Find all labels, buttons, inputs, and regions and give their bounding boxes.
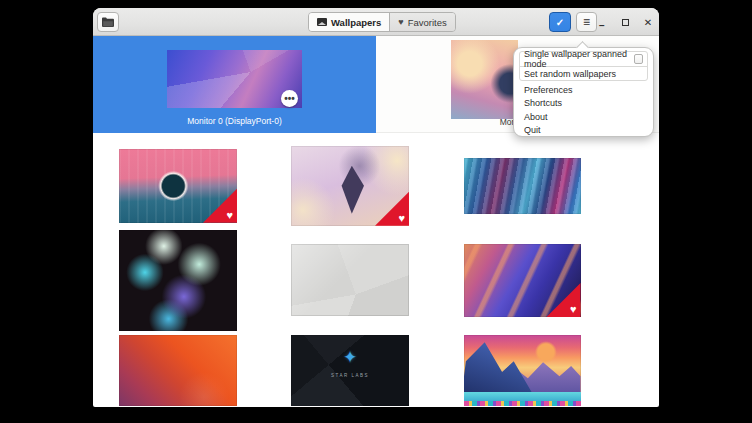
window-controls: − ✕ xyxy=(593,13,657,31)
menu-item-label: About xyxy=(524,112,548,122)
monitor-1-wallpaper-thumbnail xyxy=(451,40,518,119)
menu-item-preferences[interactable]: Preferences xyxy=(519,83,648,97)
hamburger-icon: ≡ xyxy=(583,15,590,29)
heart-icon: ♥ xyxy=(226,210,233,221)
wallpaper-tile-glitch[interactable] xyxy=(464,158,581,214)
favorite-badge: ♥ xyxy=(203,189,237,223)
folder-open-icon xyxy=(102,17,114,27)
menu-item-label: Shortcuts xyxy=(524,98,562,108)
wallpaper-grid: ♥♥♥✦STAR LABS xyxy=(93,133,659,407)
image-icon xyxy=(317,18,327,26)
primary-menu-popover: Single wallpaper spanned mode Set random… xyxy=(513,47,654,137)
monitor-tile-0[interactable]: ••• Monitor 0 (DisplayPort-0) xyxy=(93,36,376,133)
heart-icon: ♥ xyxy=(398,213,405,224)
wallpaper-tile-orange[interactable] xyxy=(119,335,237,406)
monitor-options-button[interactable]: ••• xyxy=(281,90,298,107)
menu-item-about[interactable]: About xyxy=(519,110,648,124)
headerbar: Wallpapers ♥ Favorites ✓ ≡ − xyxy=(93,8,659,36)
close-button[interactable]: ✕ xyxy=(639,13,657,31)
landscape-mt-front xyxy=(464,342,535,396)
tab-wallpapers-label: Wallpapers xyxy=(331,17,381,28)
tab-favorites[interactable]: ♥ Favorites xyxy=(390,13,454,31)
favorite-badge: ♥ xyxy=(375,192,409,226)
favorite-badge: ♥ xyxy=(547,283,581,317)
star-labs-logo-text: STAR LABS xyxy=(291,373,409,378)
tab-wallpapers[interactable]: Wallpapers xyxy=(309,13,390,31)
menu-list: Preferences Shortcuts About Quit xyxy=(519,81,648,137)
wallpaper-tile-starlabs[interactable]: ✦STAR LABS xyxy=(291,335,409,406)
maximize-button[interactable] xyxy=(616,13,634,31)
menu-item-shortcuts[interactable]: Shortcuts xyxy=(519,97,648,111)
view-switcher: Wallpapers ♥ Favorites xyxy=(308,12,456,32)
minimize-icon: − xyxy=(599,20,605,31)
open-folder-button[interactable] xyxy=(97,12,119,32)
menu-item-spanned-mode[interactable]: Single wallpaper spanned mode xyxy=(520,52,647,66)
menu-frame: Single wallpaper spanned mode Set random… xyxy=(519,51,648,81)
minimize-button[interactable]: − xyxy=(593,13,611,31)
desktop-background: Wallpapers ♥ Favorites ✓ ≡ − xyxy=(0,0,752,423)
monitor-0-wallpaper-thumbnail: ••• xyxy=(167,50,302,108)
monitor-0-label: Monitor 0 (DisplayPort-0) xyxy=(93,116,376,126)
star-labs-logo-icon: ✦ xyxy=(291,349,409,366)
close-icon: ✕ xyxy=(644,17,652,28)
menu-item-label: Set random wallpapers xyxy=(524,69,616,79)
spanned-mode-checkbox[interactable] xyxy=(634,54,643,64)
wallpaper-tile-island[interactable]: ♥ xyxy=(291,146,409,226)
apply-wallpaper-button[interactable]: ✓ xyxy=(549,12,571,32)
more-options-icon: ••• xyxy=(284,93,295,104)
wallpaper-tile-gray[interactable] xyxy=(291,244,409,316)
heart-icon: ♥ xyxy=(398,18,403,27)
checkmark-icon: ✓ xyxy=(556,17,564,28)
menu-item-label: Single wallpaper spanned mode xyxy=(524,49,634,69)
menu-item-quit[interactable]: Quit xyxy=(519,124,648,138)
wallpaper-tile-sphere[interactable]: ♥ xyxy=(119,149,237,223)
maximize-icon xyxy=(622,19,629,26)
heart-icon: ♥ xyxy=(570,304,577,315)
tab-favorites-label: Favorites xyxy=(408,17,447,28)
wallpaper-tile-mountains[interactable] xyxy=(464,335,581,406)
landscape-mt-flora xyxy=(464,401,581,406)
app-window: Wallpapers ♥ Favorites ✓ ≡ − xyxy=(93,8,659,407)
menu-item-label: Preferences xyxy=(524,85,573,95)
wallpaper-tile-ink[interactable] xyxy=(119,230,237,331)
floating-island-shape xyxy=(336,166,368,214)
wallpaper-tile-silk[interactable]: ♥ xyxy=(464,244,581,317)
menu-item-label: Quit xyxy=(524,125,541,135)
